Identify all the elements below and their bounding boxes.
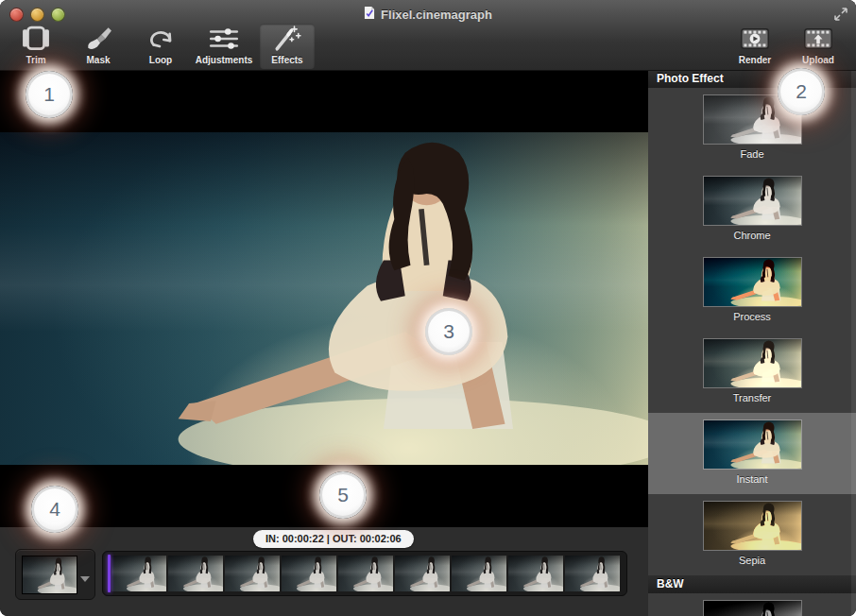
filmstrip-frame: [452, 556, 506, 591]
effects-label: Effects: [271, 55, 302, 65]
trim-button[interactable]: Trim: [13, 24, 59, 69]
loop-icon: [146, 24, 176, 54]
app-window: Flixel.cinemagraph Trim: [0, 0, 856, 616]
mask-brush-icon: [84, 24, 112, 54]
effect-item-instant[interactable]: Instant: [648, 413, 856, 494]
titlebar: Flixel.cinemagraph: [0, 6, 856, 23]
chevron-down-icon: [79, 570, 91, 587]
callout-badge-4: 4: [31, 486, 78, 533]
effect-label-fade: Fade: [740, 148, 763, 160]
effects-button[interactable]: Effects: [260, 24, 315, 69]
filmstrip-frame: [168, 556, 223, 591]
effect-label-chrome: Chrome: [733, 230, 770, 241]
effect-item-fade[interactable]: Fade: [648, 88, 856, 169]
effect-thumb-bw: [703, 600, 802, 616]
loop-button[interactable]: Loop: [136, 24, 185, 69]
adjustments-label: Adjustments: [196, 55, 253, 65]
effect-thumb-instant: [703, 419, 802, 470]
loop-label: Loop: [149, 55, 172, 65]
window-title-text: Flixel.cinemagraph: [381, 8, 492, 22]
effect-item-transfer[interactable]: Transfer: [648, 332, 856, 413]
clip-preview-thumb: [22, 556, 77, 594]
callout-badge-2: 2: [778, 68, 825, 115]
effect-label-instant: Instant: [736, 473, 767, 485]
callout-badge-5: 5: [319, 471, 367, 519]
trim-icon: [22, 24, 50, 54]
effect-item-process[interactable]: Process: [648, 250, 856, 332]
toolbar: Trim Mask: [0, 23, 856, 70]
effects-wand-icon: [273, 24, 301, 54]
filmstrip-frame: [225, 556, 280, 591]
filmstrip-frame: [395, 556, 450, 591]
bw-partial-scene: [704, 601, 801, 616]
filmstrip-frame: [111, 556, 166, 591]
effect-item-bw-partial[interactable]: [648, 593, 856, 616]
effect-thumb-sepia: [703, 501, 802, 551]
effects-sidebar: Photo Effect Fade: [648, 70, 856, 616]
filmstrip-frame: [565, 556, 620, 591]
photo-effect-section-header: Photo Effect: [648, 70, 856, 88]
callout-badge-3: 3: [425, 308, 472, 355]
in-out-timecode-badge: IN: 00:00:22 | OUT: 00:02:06: [253, 530, 414, 548]
mask-button[interactable]: Mask: [74, 24, 123, 69]
upload-film-icon: [804, 24, 832, 54]
filmstrip-frame: [282, 556, 336, 591]
filmstrip-frame: [338, 556, 393, 591]
mask-label: Mask: [86, 55, 110, 65]
expand-icon[interactable]: [833, 7, 848, 22]
filmstrip-frame: [508, 556, 563, 591]
adjustments-sliders-icon: [209, 24, 239, 54]
window-header: Flixel.cinemagraph Trim: [0, 0, 856, 71]
effect-label-sepia: Sepia: [739, 555, 765, 566]
effect-thumb-transfer: [703, 338, 802, 388]
document-icon: [364, 6, 375, 23]
effect-thumb-process: [703, 257, 802, 307]
video-preview-stage[interactable]: [0, 70, 648, 527]
cinemagraph-scene: [0, 132, 648, 465]
filmstrip-frames: [111, 556, 622, 591]
clip-preview-dropdown[interactable]: [15, 549, 95, 600]
timeline-playhead[interactable]: [108, 555, 111, 592]
cinemagraph-preview: [0, 132, 648, 465]
timeline-panel: IN: 00:00:22 | OUT: 00:02:06: [0, 527, 648, 616]
adjustments-button[interactable]: Adjustments: [194, 24, 254, 69]
effect-label-transfer: Transfer: [733, 392, 772, 403]
effect-item-chrome[interactable]: Chrome: [648, 169, 856, 250]
timeline-filmstrip[interactable]: [102, 551, 627, 596]
render-button[interactable]: Render: [729, 24, 780, 69]
callout-badge-1: 1: [26, 71, 73, 118]
effect-thumb-chrome: [703, 176, 802, 226]
render-film-icon: [741, 24, 769, 54]
upload-button[interactable]: Upload: [794, 24, 843, 69]
trim-label: Trim: [26, 55, 45, 65]
bw-section-header: B&W: [648, 575, 856, 593]
render-label: Render: [739, 55, 771, 65]
upload-label: Upload: [802, 55, 834, 65]
effect-item-sepia[interactable]: Sepia: [648, 494, 856, 575]
sidebar-scrollbar[interactable]: [851, 70, 856, 616]
effect-label-process: Process: [733, 311, 771, 322]
